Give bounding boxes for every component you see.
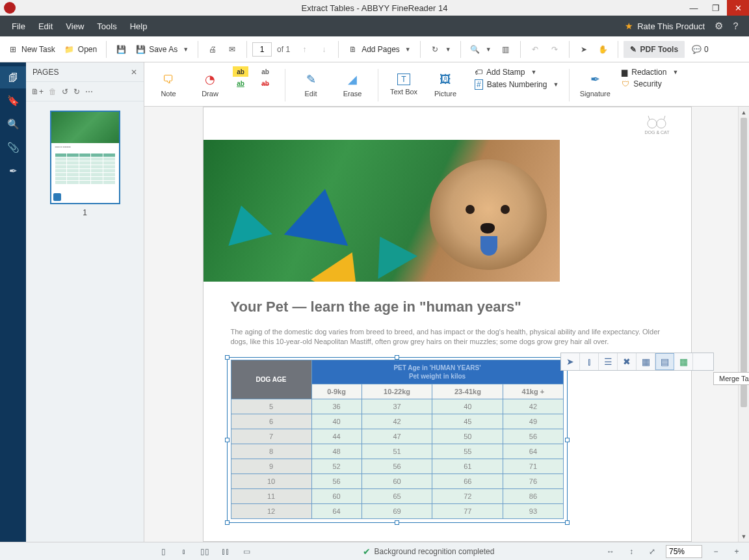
more-icon[interactable]: ⋯: [85, 87, 93, 96]
popup-table-icon[interactable]: ▦: [674, 353, 693, 370]
strike-red-icon[interactable]: ab: [257, 78, 273, 88]
settings-icon[interactable]: ⚙: [710, 20, 727, 32]
help-icon[interactable]: ？: [727, 20, 744, 33]
table-header-main: PET Age in 'HUMAN YEARS' Pet weight in k…: [311, 360, 563, 384]
rotate-left-icon[interactable]: ↺: [62, 87, 68, 96]
delete-page-icon[interactable]: 🗑: [49, 87, 57, 96]
table-value-cell: 60: [361, 474, 432, 489]
view-two-continuous-icon[interactable]: ⫿⫿: [218, 545, 233, 558]
new-task-button[interactable]: ⊞New Task: [4, 42, 59, 57]
fit-page-icon[interactable]: ↕: [624, 545, 638, 558]
popup-add-hline-icon[interactable]: ☰: [599, 353, 618, 370]
note-tool-button[interactable]: 🗨Note: [150, 65, 187, 104]
save-button[interactable]: 💾: [112, 42, 130, 57]
nav-bookmarks-icon[interactable]: 🔖: [0, 90, 26, 112]
search-doc-icon: 🔍: [470, 44, 480, 55]
close-panel-icon[interactable]: ✕: [131, 68, 137, 77]
email-button[interactable]: ✉: [223, 42, 241, 57]
highlight-yellow-icon[interactable]: ab: [233, 66, 248, 77]
popup-delete-line-icon[interactable]: ✖: [618, 353, 637, 370]
popup-merge-cells-icon[interactable]: ▤: [655, 353, 674, 370]
nav-pages-icon[interactable]: 🗐: [0, 66, 26, 88]
redaction-icon: ▆: [622, 68, 627, 77]
popup-pointer-icon[interactable]: ➤: [561, 353, 580, 370]
menu-tools[interactable]: Tools: [90, 21, 123, 31]
svg-point-0: [648, 119, 657, 128]
scroll-up-icon[interactable]: ▲: [739, 107, 749, 118]
table-value-cell: 65: [361, 489, 432, 504]
redo-button[interactable]: ↷: [545, 42, 564, 57]
maximize-button[interactable]: ❐: [705, 0, 727, 16]
page-total: of 1: [277, 45, 290, 54]
draw-tool-button[interactable]: ◔Draw: [191, 65, 229, 104]
document-scroll[interactable]: DOG & CAT Your Pet — learn the age in "h…: [144, 107, 738, 542]
zoom-in-icon[interactable]: +: [729, 545, 744, 558]
table-value-cell: 77: [432, 504, 503, 519]
actual-size-icon[interactable]: ⤢: [645, 545, 659, 558]
zoom-out-icon[interactable]: −: [709, 545, 723, 558]
window-controls: — ❐ ✕: [683, 0, 749, 16]
chevron-down-icon: ▼: [486, 46, 492, 53]
view-two-page-icon[interactable]: ▯▯: [198, 545, 212, 558]
redaction-button[interactable]: ▆Redaction▼: [622, 68, 678, 77]
underline-green-icon[interactable]: ab: [233, 78, 248, 88]
pdf-tools-button[interactable]: ✎PDF Tools: [624, 41, 685, 58]
pages-view-button[interactable]: ▥: [497, 42, 515, 57]
security-button[interactable]: 🛡Security: [622, 79, 678, 88]
zoom-input[interactable]: [666, 545, 702, 558]
rate-product-button[interactable]: ★ Rate This Product: [620, 21, 710, 31]
add-stamp-button[interactable]: 🏷Add Stamp▼: [475, 68, 558, 77]
menu-help[interactable]: Help: [124, 21, 154, 31]
window-title: Extract Tables - ABBYY FineReader 14: [302, 3, 448, 13]
page-up-button[interactable]: ↑: [295, 42, 313, 57]
vertical-scrollbar[interactable]: ▲ ▼: [738, 107, 749, 542]
signature-button[interactable]: ✒Signature: [576, 65, 614, 104]
note-icon: 🗨: [161, 72, 176, 87]
textbox-tool-button[interactable]: TText Box: [385, 65, 423, 104]
thumbnail-list: xxxxx xx xxxxxxxx 1: [26, 101, 144, 542]
close-button[interactable]: ✕: [727, 0, 749, 16]
table-selection[interactable]: DOG AGE PET Age in 'HUMAN YEARS' Pet wei…: [231, 360, 564, 519]
menu-edit[interactable]: Edit: [32, 21, 59, 31]
rotate-right-icon[interactable]: ↻: [73, 87, 80, 96]
edit-tool-button[interactable]: ✎Edit: [292, 65, 330, 104]
highlight-plain-icon[interactable]: ab: [257, 66, 273, 77]
save-as-button[interactable]: 💾Save As▼: [131, 42, 192, 57]
view-continuous-icon[interactable]: ⫾: [177, 545, 191, 558]
minimize-button[interactable]: —: [683, 0, 705, 16]
page-down-button[interactable]: ↓: [315, 42, 333, 57]
print-button[interactable]: 🖨: [204, 42, 222, 57]
undo-button[interactable]: ↶: [526, 42, 544, 57]
bates-numbering-button[interactable]: #Bates Numbering▼: [475, 79, 558, 90]
shield-icon: 🛡: [622, 79, 629, 88]
nav-signatures-icon[interactable]: ✒: [0, 160, 26, 182]
search-doc-button[interactable]: 🔍▼: [466, 42, 495, 57]
add-page-icon[interactable]: 🗎+: [31, 87, 44, 96]
article-heading: Your Pet — learn the age in "human years…: [231, 299, 664, 315]
pointer-tool-button[interactable]: ➤: [575, 42, 593, 57]
scroll-down-icon[interactable]: ▼: [739, 531, 749, 542]
hand-tool-button[interactable]: ✋: [594, 42, 612, 57]
table-value-cell: 40: [432, 399, 503, 414]
comment-icon: 💬: [691, 44, 702, 55]
comments-count-button[interactable]: 💬0: [691, 44, 709, 55]
picture-tool-button[interactable]: 🖼Picture: [427, 65, 464, 104]
rotate-button[interactable]: ↻▼: [426, 42, 455, 57]
popup-add-vline-icon[interactable]: ⫿: [580, 353, 599, 370]
page-thumbnail[interactable]: xxxxx xx xxxxxxxx: [50, 111, 120, 204]
add-pages-button[interactable]: 🗎Add Pages▼: [344, 42, 415, 57]
view-fullscreen-icon[interactable]: ▭: [239, 545, 254, 558]
stamp-group: 🏷Add Stamp▼ #Bates Numbering▼: [471, 65, 562, 92]
open-button[interactable]: 📁Open: [60, 42, 101, 57]
table-row: 744475056: [231, 429, 563, 444]
menu-file[interactable]: File: [5, 21, 32, 31]
nav-attachments-icon[interactable]: 📎: [0, 137, 26, 159]
menu-view[interactable]: View: [59, 21, 90, 31]
nav-search-icon[interactable]: 🔍: [0, 113, 26, 135]
table-value-cell: 42: [503, 399, 563, 414]
popup-split-cells-icon[interactable]: ▦: [637, 353, 655, 370]
erase-tool-button[interactable]: ◢Erase: [334, 65, 371, 104]
view-single-icon[interactable]: ▯: [156, 545, 170, 558]
fit-width-icon[interactable]: ↔: [603, 545, 618, 558]
page-number-input[interactable]: [252, 42, 272, 57]
